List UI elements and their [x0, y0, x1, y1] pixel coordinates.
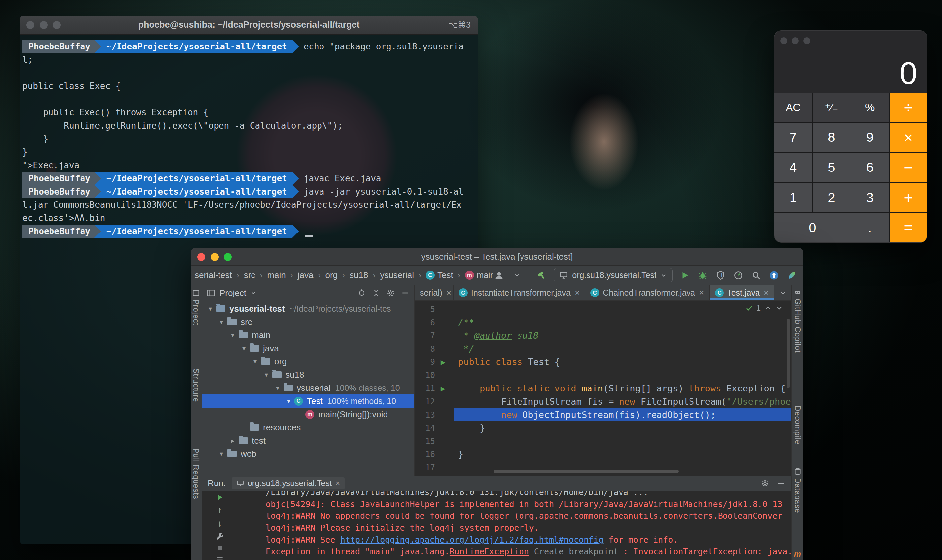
tree-item-main[interactable]: ▾main	[202, 328, 414, 342]
calc-button-0[interactable]: 0	[774, 213, 851, 242]
step-down-icon[interactable]: ↓	[214, 518, 225, 529]
minimize-button[interactable]	[211, 253, 219, 261]
breadcrumb-item-Test[interactable]: CTest	[426, 270, 453, 280]
calc-button-plus-minus[interactable]: ⁺⁄₋	[812, 93, 850, 122]
calc-button-divide[interactable]: ÷	[890, 93, 927, 122]
build-hammer-icon[interactable]	[536, 270, 547, 281]
code-line[interactable]: */	[453, 342, 791, 355]
tool-window-button-Project[interactable]: Project	[191, 289, 200, 326]
profiler-button[interactable]	[733, 270, 744, 281]
code-line[interactable]	[453, 303, 791, 316]
tree-item-ysuserial[interactable]: ▾ysuserial100% classes, 10	[202, 381, 414, 394]
calc-button-subtract[interactable]: −	[890, 153, 927, 182]
tree-chevron-icon[interactable]: ▾	[261, 371, 271, 378]
breadcrumb-item-main[interactable]: mmain	[465, 270, 494, 280]
code-line[interactable]: /**	[453, 316, 791, 329]
code-line[interactable]	[453, 435, 791, 448]
close-button[interactable]	[197, 253, 205, 261]
calc-button-4[interactable]: 4	[774, 153, 812, 182]
tab-InstantiateTransformer.java[interactable]: CInstantiateTransformer.java×	[453, 285, 585, 300]
ide-titlebar[interactable]: ysuserial-test – Test.java [ysuserial-te…	[191, 248, 803, 266]
tool-window-button-Database[interactable]: Database	[793, 467, 802, 513]
code-line[interactable]: }	[453, 448, 791, 461]
tab-ChainedTransformer.java[interactable]: CChainedTransformer.java×	[585, 285, 710, 300]
run-config-selector[interactable]: org.su18.ysuserial.Test	[554, 268, 673, 282]
breadcrumb-item-serial-test[interactable]: serial-test	[195, 270, 232, 280]
calc-button-7[interactable]: 7	[774, 123, 812, 152]
zoom-button[interactable]	[53, 21, 61, 29]
tool-window-button-Maven[interactable]: mMaven	[793, 549, 802, 560]
calc-button-5[interactable]: 5	[812, 153, 850, 182]
user-icon[interactable]	[493, 270, 505, 281]
minimize-button[interactable]	[792, 37, 799, 44]
code-line[interactable]: public static void main(String[] args) t…	[453, 382, 791, 395]
tree-item-src[interactable]: ▾src	[202, 315, 414, 328]
breadcrumb-item-org[interactable]: org	[325, 270, 338, 280]
tree-chevron-icon[interactable]: ▾	[250, 357, 261, 365]
tree-chevron-icon[interactable]: ▾	[272, 384, 283, 392]
code-line[interactable]: public class Test {	[453, 355, 791, 369]
tab-close-icon[interactable]: ×	[575, 288, 580, 298]
hide-panel-icon[interactable]	[401, 289, 410, 297]
code-line[interactable]: * @author su18	[453, 329, 791, 342]
locate-icon[interactable]	[358, 289, 366, 297]
minimize-panel-icon[interactable]	[777, 479, 785, 488]
calc-button-equals[interactable]: =	[890, 213, 927, 242]
breadcrumb-item-java[interactable]: java	[298, 270, 314, 280]
code-line[interactable]: }	[453, 422, 791, 435]
tab-close-icon[interactable]: ×	[446, 288, 451, 298]
tree-chevron-icon[interactable]	[295, 411, 305, 418]
stop-button[interactable]	[214, 544, 225, 552]
tree-item-su18[interactable]: ▾su18	[202, 368, 414, 381]
calc-button-ac[interactable]: AC	[774, 93, 812, 122]
run-button[interactable]	[679, 270, 691, 281]
zoom-button[interactable]	[224, 253, 232, 261]
terminal-body[interactable]: PhoebeBuffay~/IdeaProjects/ysoserial-all…	[20, 35, 478, 238]
tree-item-test[interactable]: ▸test	[202, 434, 414, 447]
tool-window-button-Decompile[interactable]: Decompile	[793, 406, 802, 445]
calc-button-add[interactable]: +	[890, 183, 927, 212]
breadcrumb-item-src[interactable]: src	[244, 270, 256, 280]
tree-item-java[interactable]: ▾java	[202, 342, 414, 355]
tree-item-main(String[]):void[interactable]: mmain(String[]):void	[202, 408, 414, 421]
rerun-button[interactable]	[214, 493, 225, 502]
search-icon[interactable]	[751, 270, 762, 281]
tree-chevron-icon[interactable]: ▸	[227, 437, 238, 445]
calc-button-9[interactable]: 9	[851, 123, 889, 152]
tree-chevron-icon[interactable]: ▾	[216, 450, 227, 458]
tree-chevron-icon[interactable]: ▾	[216, 318, 227, 326]
tree-chevron-icon[interactable]: ▾	[227, 331, 238, 339]
close-button[interactable]	[780, 37, 787, 44]
editor-code[interactable]: /** * @author su18 */public class Test {…	[453, 301, 791, 475]
console-list-icon[interactable]	[214, 556, 225, 560]
run-arrow-icon[interactable]: ▶	[435, 358, 451, 366]
tree-item-ysuserial-test[interactable]: ▾ysuserial-test~/IdeaProjects/ysuserial-…	[202, 302, 414, 315]
close-button[interactable]	[26, 21, 34, 29]
calc-button-2[interactable]: 2	[812, 183, 850, 212]
breadcrumb-item-su18[interactable]: su18	[350, 270, 368, 280]
settings-gear-icon[interactable]	[387, 289, 395, 297]
tree-item-Test[interactable]: ▾CTest100% methods, 10	[202, 394, 414, 408]
calc-button-6[interactable]: 6	[851, 153, 889, 182]
inspection-widget[interactable]: 1	[745, 303, 783, 313]
calc-button-3[interactable]: 3	[851, 183, 889, 212]
editor-viewport[interactable]: 1 56789▶1011▶121314151617 /** * @author …	[415, 301, 791, 475]
calc-button-percent[interactable]: %	[851, 93, 889, 122]
terminal-titlebar[interactable]: phoebe@sushiba: ~/IdeaProjects/ysoserial…	[20, 15, 478, 35]
tab-Test.java[interactable]: CTest.java×	[710, 285, 774, 300]
tab-close-icon[interactable]: ×	[764, 288, 769, 298]
horizontal-scrollbar[interactable]	[494, 470, 678, 473]
update-icon[interactable]	[768, 270, 780, 281]
terminal-cursor[interactable]	[305, 225, 313, 237]
tab-close-icon[interactable]: ×	[699, 288, 704, 298]
vertical-scrollbar[interactable]	[787, 318, 789, 388]
tree-chevron-icon[interactable]: ▾	[284, 397, 294, 405]
tool-window-button-Pull Requests[interactable]: Pull Requests	[191, 448, 200, 499]
wrench-icon[interactable]	[214, 532, 225, 540]
tree-item-org[interactable]: ▾org	[202, 355, 414, 368]
run-console-tab[interactable]: org.su18.ysuserial.Test ×	[232, 477, 345, 489]
run-console[interactable]: /Library/Java/JavaVirtualMachines/jdk1.8…	[238, 491, 791, 560]
code-line[interactable]: new ObjectInputStream(fis).readObject();	[453, 408, 791, 422]
copilot-leaf-icon[interactable]	[786, 270, 797, 281]
tool-window-button-Structure[interactable]: Structure	[191, 368, 200, 402]
